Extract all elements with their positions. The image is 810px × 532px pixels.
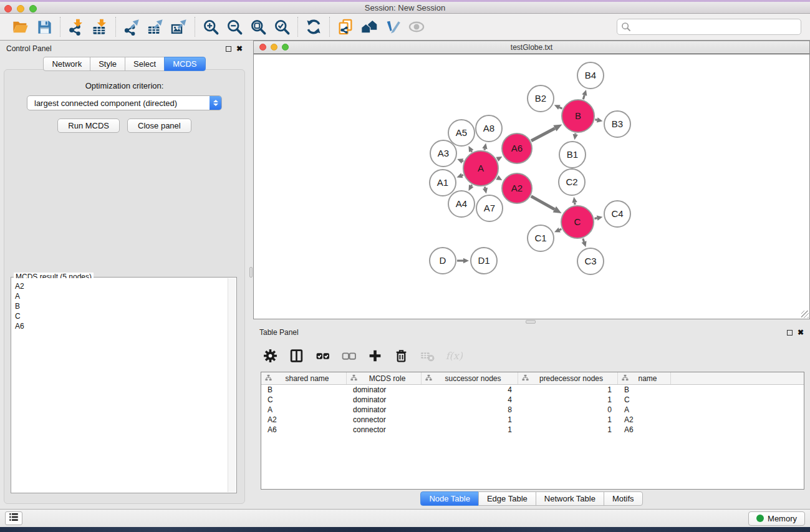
minimize-window-button[interactable]: [17, 5, 24, 12]
select-all-icon[interactable]: [313, 346, 332, 365]
mcds-result-item[interactable]: B: [15, 301, 228, 311]
graph-node-A[interactable]: A: [463, 151, 498, 186]
tab-mcds[interactable]: MCDS: [164, 57, 205, 71]
table-cell[interactable]: 0: [518, 405, 618, 414]
graph-node-C1[interactable]: C1: [528, 225, 554, 251]
graph-edge[interactable]: [485, 186, 485, 188]
graph-edge[interactable]: [471, 151, 472, 152]
table-cell[interactable]: 4: [422, 385, 518, 394]
table-cell[interactable]: C: [618, 395, 671, 404]
graph-node-A5[interactable]: A5: [448, 120, 475, 146]
open-session-icon[interactable]: [11, 17, 31, 37]
graph-node-A6[interactable]: A6: [502, 133, 532, 163]
graph-edge[interactable]: [559, 107, 562, 109]
mcds-result-item[interactable]: A6: [15, 321, 228, 331]
column-header-predecessor-nodes[interactable]: predecessor nodes: [518, 372, 618, 384]
tab-select[interactable]: Select: [125, 57, 165, 71]
graph-node-A2[interactable]: A2: [502, 173, 532, 203]
graph-edge[interactable]: [594, 218, 597, 219]
network-window-titlebar[interactable]: testGlobe.txt: [254, 41, 809, 54]
table-close-panel-icon[interactable]: ✖: [798, 329, 804, 336]
graph-edge[interactable]: [531, 128, 555, 141]
memory-button[interactable]: Memory: [748, 511, 805, 526]
graph-node-C4[interactable]: C4: [604, 201, 630, 227]
graph-edge[interactable]: [462, 175, 463, 176]
table-cell[interactable]: 1: [518, 385, 618, 394]
resize-corner-handle[interactable]: [801, 311, 809, 318]
graph-node-B4[interactable]: B4: [577, 62, 604, 89]
network-canvas[interactable]: AA1A2A3A4A5A6A7A8BB1B2B3B4CC1C2C3C4DD1: [254, 55, 809, 319]
tab-motifs[interactable]: Motifs: [604, 491, 643, 506]
table-cell[interactable]: A6: [261, 425, 347, 434]
close-panel-button[interactable]: Close panel: [127, 118, 191, 133]
zoom-window-button[interactable]: [29, 5, 37, 12]
table-row[interactable]: Cdominator41C: [261, 395, 804, 405]
graph-edge[interactable]: [575, 203, 576, 205]
criterion-dropdown[interactable]: largest connected component (directed): [27, 95, 222, 110]
import-network-icon[interactable]: [66, 17, 86, 37]
graph-edge[interactable]: [531, 196, 555, 210]
graph-edge[interactable]: [463, 161, 464, 162]
column-header-name[interactable]: name: [618, 372, 671, 384]
tab-node-table[interactable]: Node Table: [420, 491, 479, 506]
refresh-network-icon[interactable]: [304, 17, 324, 37]
close-window-button[interactable]: [4, 5, 12, 12]
graph-node-C2[interactable]: C2: [559, 169, 585, 195]
mcds-result-list[interactable]: A2ABCA6: [12, 278, 228, 492]
table-row[interactable]: Adominator80A: [261, 405, 804, 415]
export-network-icon[interactable]: [122, 17, 142, 37]
table-cell[interactable]: 1: [518, 415, 618, 424]
graph-edge[interactable]: [559, 229, 561, 230]
show-columns-icon[interactable]: [287, 346, 306, 365]
table-cell[interactable]: 1: [518, 395, 618, 404]
graph-node-B1[interactable]: B1: [559, 142, 586, 168]
graph-node-D1[interactable]: D1: [471, 248, 497, 274]
graph-node-B3[interactable]: B3: [604, 111, 630, 137]
mcds-result-item[interactable]: C: [15, 311, 228, 321]
graph-node-B2[interactable]: B2: [528, 85, 554, 112]
column-header-MCDS-role[interactable]: MCDS role: [347, 372, 422, 384]
close-panel-icon[interactable]: ✖: [236, 45, 243, 52]
column-header-successor-nodes[interactable]: successor nodes: [422, 372, 518, 384]
result-scrollbar[interactable]: [228, 278, 236, 492]
table-cell[interactable]: 4: [422, 395, 518, 404]
zoom-in-icon[interactable]: [201, 17, 221, 37]
table-cell[interactable]: B: [618, 385, 671, 394]
table-cell[interactable]: 8: [422, 405, 518, 414]
graph-node-A3[interactable]: A3: [430, 140, 456, 167]
graph-node-A8[interactable]: A8: [476, 115, 502, 142]
table-cell[interactable]: A6: [618, 425, 671, 434]
network-zoom-button[interactable]: [282, 44, 289, 51]
table-cell[interactable]: B: [261, 385, 347, 394]
graph-edge[interactable]: [583, 239, 584, 242]
tab-style[interactable]: Style: [90, 57, 125, 71]
table-row[interactable]: A2connector11A2: [261, 415, 804, 425]
task-history-button[interactable]: [5, 511, 22, 525]
vertical-split-handle[interactable]: [249, 267, 253, 278]
graph-node-A7[interactable]: A7: [476, 195, 503, 221]
graph-node-A1[interactable]: A1: [430, 170, 456, 196]
table-cell[interactable]: A2: [618, 415, 671, 424]
table-cell[interactable]: connector: [347, 425, 422, 434]
export-table-icon[interactable]: [145, 17, 165, 37]
network-graph[interactable]: AA1A2A3A4A5A6A7A8BB1B2B3B4CC1C2C3C4DD1: [254, 55, 809, 319]
table-cell[interactable]: A: [261, 405, 347, 414]
tab-network-table[interactable]: Network Table: [536, 491, 604, 506]
window-titlebar[interactable]: Session: New Session: [0, 2, 810, 14]
mcds-result-item[interactable]: A2: [15, 281, 228, 291]
table-cell[interactable]: 1: [422, 415, 518, 424]
deselect-all-icon[interactable]: [339, 346, 358, 365]
zoom-fit-icon[interactable]: [248, 17, 268, 37]
table-cell[interactable]: 1: [518, 425, 618, 434]
search-input[interactable]: [617, 19, 801, 35]
float-panel-icon[interactable]: [226, 46, 231, 52]
first-neighbors-icon[interactable]: [359, 17, 379, 37]
graph-node-D[interactable]: D: [430, 248, 456, 274]
graph-node-A4[interactable]: A4: [448, 191, 475, 217]
column-header-shared-name[interactable]: shared name: [261, 372, 347, 384]
graph-node-C3[interactable]: C3: [577, 248, 604, 274]
table-cell[interactable]: connector: [347, 415, 422, 424]
network-close-button[interactable]: [259, 44, 266, 51]
horizontal-split-handle[interactable]: [526, 320, 536, 324]
table-cell[interactable]: dominator: [347, 385, 422, 394]
